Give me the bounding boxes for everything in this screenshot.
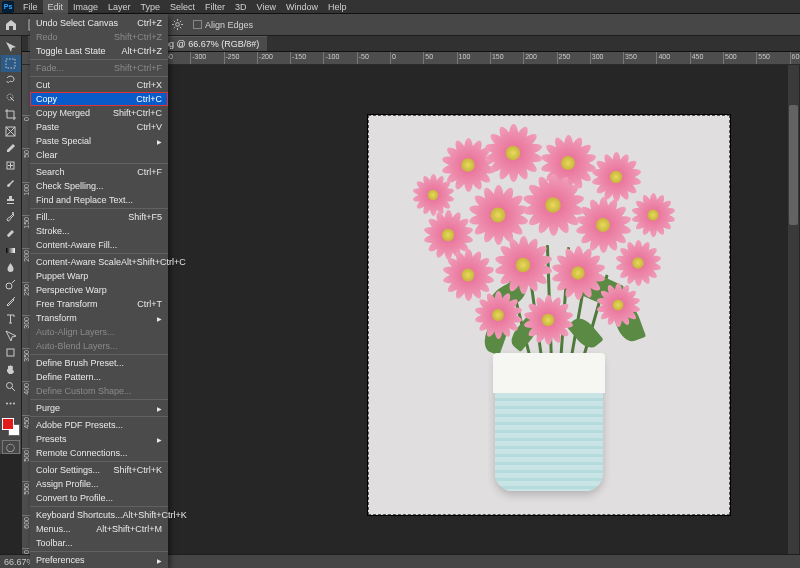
- menu-item-define-pattern[interactable]: Define Pattern...: [30, 370, 168, 384]
- menu-window[interactable]: Window: [281, 0, 323, 14]
- gear-icon[interactable]: [169, 17, 185, 33]
- align-edges-label: Align Edges: [205, 20, 253, 30]
- color-swatches[interactable]: [2, 418, 20, 436]
- tool-palette: ◯: [0, 36, 22, 454]
- svg-rect-9: [7, 349, 14, 356]
- svg-point-1: [175, 23, 179, 27]
- menu-item-undo-select-canvas[interactable]: Undo Select CanvasCtrl+Z: [30, 16, 168, 30]
- menu-item-toolbar[interactable]: Toolbar...: [30, 536, 168, 550]
- menu-item-check-spelling[interactable]: Check Spelling...: [30, 179, 168, 193]
- tool-dodge[interactable]: [1, 276, 21, 293]
- menu-item-remote-connections[interactable]: Remote Connections...: [30, 446, 168, 460]
- menu-item-assign-profile[interactable]: Assign Profile...: [30, 477, 168, 491]
- tool-marquee[interactable]: [1, 55, 21, 72]
- menu-item-content-aware-scale[interactable]: Content-Aware ScaleAlt+Shift+Ctrl+C: [30, 255, 168, 269]
- menu-item-transform[interactable]: Transform: [30, 311, 168, 325]
- menu-item-redo: RedoShift+Ctrl+Z: [30, 30, 168, 44]
- menu-item-toggle-last-state[interactable]: Toggle Last StateAlt+Ctrl+Z: [30, 44, 168, 58]
- menu-type[interactable]: Type: [136, 0, 166, 14]
- tool-more[interactable]: [1, 395, 21, 412]
- menu-layer[interactable]: Layer: [103, 0, 136, 14]
- menu-item-paste[interactable]: PasteCtrl+V: [30, 120, 168, 134]
- menu-item-fill[interactable]: Fill...Shift+F5: [30, 210, 168, 224]
- menu-item-paste-special[interactable]: Paste Special: [30, 134, 168, 148]
- tool-zoom[interactable]: [1, 378, 21, 395]
- quickmask-toggle[interactable]: ◯: [2, 440, 20, 454]
- tool-history[interactable]: [1, 208, 21, 225]
- tool-quickselect[interactable]: [1, 89, 21, 106]
- tool-path[interactable]: [1, 327, 21, 344]
- tool-type[interactable]: [1, 310, 21, 327]
- vase: [495, 353, 603, 491]
- tool-rect[interactable]: [1, 344, 21, 361]
- tool-gradient[interactable]: [1, 242, 21, 259]
- svg-point-8: [6, 283, 12, 289]
- menu-item-auto-align-layers: Auto-Align Layers...: [30, 325, 168, 339]
- menu-item-convert-to-profile[interactable]: Convert to Profile...: [30, 491, 168, 505]
- tool-brush[interactable]: [1, 174, 21, 191]
- align-edges-checkbox[interactable]: [193, 20, 202, 29]
- menu-item-stroke[interactable]: Stroke...: [30, 224, 168, 238]
- menu-item-cut[interactable]: CutCtrl+X: [30, 78, 168, 92]
- tool-frame[interactable]: [1, 123, 21, 140]
- menu-item-fade: Fade...Shift+Ctrl+F: [30, 61, 168, 75]
- menu-filter[interactable]: Filter: [200, 0, 230, 14]
- menu-item-puppet-warp[interactable]: Puppet Warp: [30, 269, 168, 283]
- menu-item-free-transform[interactable]: Free TransformCtrl+T: [30, 297, 168, 311]
- svg-point-6: [12, 212, 14, 214]
- tool-blur[interactable]: [1, 259, 21, 276]
- tool-heal[interactable]: [1, 157, 21, 174]
- menu-item-adobe-pdf-presets[interactable]: Adobe PDF Presets...: [30, 418, 168, 432]
- menu-item-presets[interactable]: Presets: [30, 432, 168, 446]
- menu-item-clear[interactable]: Clear: [30, 148, 168, 162]
- menu-edit[interactable]: Edit: [43, 0, 69, 14]
- edit-menu-dropdown: Undo Select CanvasCtrl+ZRedoShift+Ctrl+Z…: [30, 14, 168, 568]
- menu-help[interactable]: Help: [323, 0, 352, 14]
- tool-stamp[interactable]: [1, 191, 21, 208]
- menu-item-copy[interactable]: CopyCtrl+C: [30, 92, 168, 106]
- tool-pen[interactable]: [1, 293, 21, 310]
- menu-item-menus[interactable]: Menus...Alt+Shift+Ctrl+M: [30, 522, 168, 536]
- svg-point-11: [6, 403, 8, 405]
- svg-rect-2: [6, 59, 15, 68]
- tool-lasso[interactable]: [1, 72, 21, 89]
- menu-3d[interactable]: 3D: [230, 0, 252, 14]
- menu-item-color-settings[interactable]: Color Settings...Shift+Ctrl+K: [30, 463, 168, 477]
- home-icon[interactable]: [4, 18, 18, 32]
- tool-move[interactable]: [1, 38, 21, 55]
- foreground-color[interactable]: [2, 418, 14, 430]
- scrollbar-thumb[interactable]: [789, 105, 798, 225]
- tool-eyedropper[interactable]: [1, 140, 21, 157]
- svg-point-10: [7, 383, 13, 389]
- menu-item-purge[interactable]: Purge: [30, 401, 168, 415]
- menu-item-define-brush-preset[interactable]: Define Brush Preset...: [30, 356, 168, 370]
- menu-select[interactable]: Select: [165, 0, 200, 14]
- menu-bar: Ps FileEditImageLayerTypeSelectFilter3DV…: [0, 0, 800, 14]
- svg-point-13: [13, 403, 15, 405]
- menu-item-preferences[interactable]: Preferences: [30, 553, 168, 567]
- menu-item-keyboard-shortcuts[interactable]: Keyboard Shortcuts...Alt+Shift+Ctrl+K: [30, 508, 168, 522]
- tool-eraser[interactable]: [1, 225, 21, 242]
- menu-item-content-aware-fill[interactable]: Content-Aware Fill...: [30, 238, 168, 252]
- image-document[interactable]: [368, 115, 730, 515]
- svg-point-12: [10, 403, 12, 405]
- tool-crop[interactable]: [1, 106, 21, 123]
- menu-file[interactable]: File: [18, 0, 43, 14]
- menu-view[interactable]: View: [252, 0, 281, 14]
- menu-image[interactable]: Image: [68, 0, 103, 14]
- svg-rect-7: [6, 248, 15, 253]
- menu-item-search[interactable]: SearchCtrl+F: [30, 165, 168, 179]
- menu-item-define-custom-shape: Define Custom Shape...: [30, 384, 168, 398]
- menu-item-find-and-replace-text[interactable]: Find and Replace Text...: [30, 193, 168, 207]
- scrollbar-vertical[interactable]: [788, 65, 799, 554]
- tool-hand[interactable]: [1, 361, 21, 378]
- app-icon: Ps: [2, 1, 14, 13]
- menu-item-perspective-warp[interactable]: Perspective Warp: [30, 283, 168, 297]
- menu-item-auto-blend-layers: Auto-Blend Layers...: [30, 339, 168, 353]
- menu-item-copy-merged[interactable]: Copy MergedShift+Ctrl+C: [30, 106, 168, 120]
